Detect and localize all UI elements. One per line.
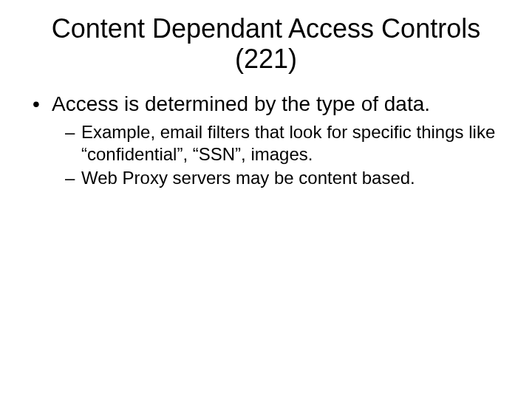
list-item: Web Proxy servers may be content based. <box>52 167 505 189</box>
list-item: Example, email filters that look for spe… <box>52 121 505 166</box>
list-item: Access is determined by the type of data… <box>27 91 505 189</box>
list-item-text: Web Proxy servers may be content based. <box>81 168 415 188</box>
bullet-list: Access is determined by the type of data… <box>27 91 505 189</box>
slide: Content Dependant Access Controls (221) … <box>0 0 532 399</box>
sub-bullet-list: Example, email filters that look for spe… <box>52 121 505 189</box>
slide-title: Content Dependant Access Controls (221) <box>27 13 505 75</box>
list-item-text: Example, email filters that look for spe… <box>81 122 495 164</box>
list-item-text: Access is determined by the type of data… <box>52 92 430 115</box>
